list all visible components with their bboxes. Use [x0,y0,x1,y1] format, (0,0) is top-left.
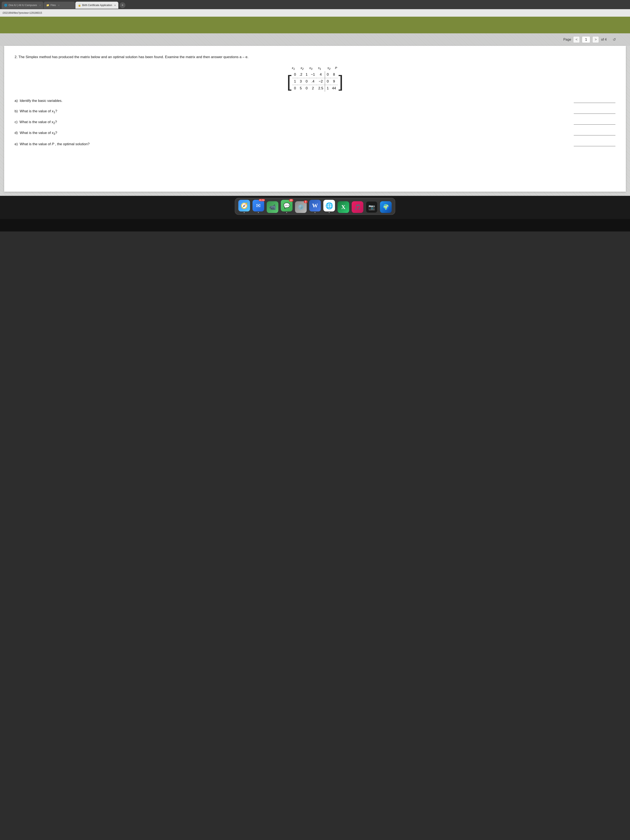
tab-files[interactable]: 📁 Files ✕ [44,2,75,9]
tab-label: Birth Certificate Application [82,4,112,7]
cell-r2c1: 1 [292,78,297,85]
sub-question-a: a) Identify the basic variables. [14,98,616,103]
mail-badge: 85,780 [259,199,265,201]
sub-question-d: d) What is the value of x3? [14,130,616,136]
toolbar-area [0,17,630,33]
prev-page-button[interactable]: < [573,36,580,43]
word-icon: W [309,200,321,212]
sub-q-e-label: e) What is the value of P , the optimal … [14,142,90,146]
cell-r3c5: 2.5 [317,85,325,92]
system-badge: 2 [304,201,308,203]
tab-label: One.IU | All IU Campuses [8,4,37,7]
sub-question-e: e) What is the value of P , the optimal … [14,141,616,146]
cell-r1c6: 0 [325,71,330,78]
cell-r2c4: .4 [309,78,316,85]
tab-close-btn[interactable]: ✕ [39,4,41,6]
bracket-right: ] [338,71,343,92]
camera-icon: 📷 [366,201,377,213]
dock-item-facetime[interactable]: 📹 [267,201,278,213]
music-icon: 🎵 [352,201,363,213]
col-header-s1: s1 [315,66,324,70]
cell-r1c2: .2 [298,71,304,78]
dock: 🧭 ✉ 85,780 📹 💬 23 ⚙️ 2 W 🌐 [235,198,395,215]
document-content: 2. The Simplex method has produced the m… [4,46,626,192]
col-header-s2: s2 [324,66,334,70]
tab-icon: 📁 [46,4,49,7]
cell-r3c2: 5 [298,85,304,92]
sub-q-a-label: a) Identify the basic variables. [14,99,63,103]
mail-icon: ✉ [253,200,264,212]
col-header-x2: x2 [298,66,306,70]
sub-question-b: b) What is the value of x1? [14,109,616,114]
tab-icon: 🌐 [4,4,7,7]
col-header-x1: x1 [289,66,298,70]
cell-r1c7: 8 [330,71,338,78]
tab-birth-cert[interactable]: 🔒 Birth Certificate Application ✕ [76,2,118,9]
next-page-button[interactable]: > [592,36,599,43]
answer-line-e [574,141,616,146]
dock-item-music[interactable]: 🎵 [352,201,363,213]
bracket-left: [ [287,71,292,92]
address-bar: /2021994/files?preview=129186015 [0,9,630,17]
cell-r3c6: 1 [325,85,330,92]
dock-area: 🧭 ✉ 85,780 📹 💬 23 ⚙️ 2 W 🌐 [0,196,630,219]
tab-bar: 🌐 One.IU | All IU Campuses ✕ 📁 Files ✕ 🔒… [0,0,630,9]
word-dot [314,212,316,213]
cell-r2c7: 9 [330,78,338,85]
safari-icon: 🧭 [238,200,250,212]
matrix-wrapper: x1 x2 x3 s1 s2 P [ 0 .2 1 −1 [287,66,343,92]
excel-icon: X [338,201,349,213]
tab-one-iu[interactable]: 🌐 One.IU | All IU Campuses ✕ [2,2,43,9]
dock-item-mail[interactable]: ✉ 85,780 [253,200,264,213]
tab-close-btn[interactable]: ✕ [58,4,60,6]
dock-item-word[interactable]: W [309,200,321,213]
cell-r2c3: 0 [304,78,309,85]
reload-button[interactable]: ↺ [611,36,617,43]
matrix-row-3: 0 5 0 2 2.5 1 44 [292,85,338,92]
sub-q-c-label: c) What is the value of x2? [14,120,57,125]
chrome-icon: 🌐 [323,200,335,212]
matrix-row-1: 0 .2 1 −1 4 0 8 [292,71,338,78]
cell-r3c7: 44 [330,85,338,92]
answer-line-d [574,130,616,136]
cell-r2c5: −2 [317,78,325,85]
dock-item-camera[interactable]: 📷 [366,201,377,213]
document-area: Page < 1 > of 4 ↺ 2. The Simplex method … [0,33,630,196]
dock-item-excel[interactable]: X [338,201,349,213]
dock-item-messages[interactable]: 💬 23 [281,200,292,213]
page-number[interactable]: 1 [582,36,590,43]
cell-r1c4: −1 [309,71,316,78]
dock-item-safari[interactable]: 🧭 [238,200,250,213]
col-header-x3: x3 [306,66,315,70]
messages-dot [286,212,287,213]
cell-r1c5: 4 [317,71,325,78]
cell-r2c2: 3 [298,78,304,85]
cell-r1c1: 0 [292,71,297,78]
mail-dot [258,212,259,213]
answer-line-a [574,98,616,103]
cell-r1c3: 1 [304,71,309,78]
sub-question-c: c) What is the value of x2? [14,120,616,125]
bottom-bar [0,219,630,232]
tab-icon: 🔒 [78,4,81,7]
cell-r3c1: 0 [292,85,297,92]
cell-r2c6: 0 [325,78,330,85]
matrix-headers: x1 x2 x3 s1 s2 P [287,66,343,70]
cell-r3c4: 2 [309,85,316,92]
dock-item-chrome[interactable]: 🌐 [323,200,335,213]
page-label: Page [563,38,571,41]
matrix-row-2: 1 3 0 .4 −2 0 9 [292,78,338,85]
sub-q-d-label: d) What is the value of x3? [14,131,57,136]
add-tab-button[interactable]: + [120,2,125,8]
dock-item-system[interactable]: ⚙️ 2 [295,201,307,213]
safari-dot [244,212,245,213]
tab-close-btn[interactable]: ✕ [114,4,116,6]
dock-item-globe[interactable]: 🌍 [380,201,392,213]
question-text: 2. The Simplex method has produced the m… [14,54,616,60]
facetime-icon: 📹 [267,201,278,213]
question-body: The Simplex method has produced the matr… [19,55,248,59]
question-number: 2. [14,55,17,59]
page-of-label: of 4 [601,38,607,41]
address-text: /2021994/files?preview=129186015 [3,11,42,14]
browser-chrome: 🌐 One.IU | All IU Campuses ✕ 📁 Files ✕ 🔒… [0,0,630,17]
